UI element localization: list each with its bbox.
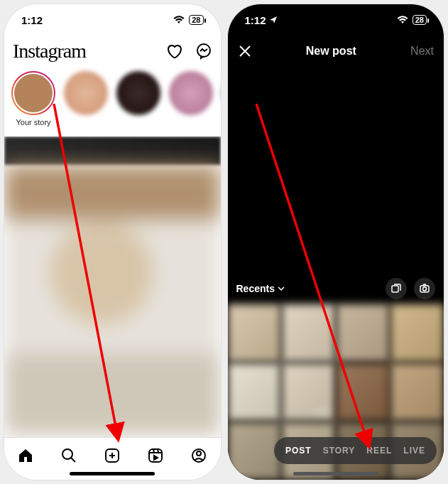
gallery-thumb[interactable]: [228, 304, 281, 362]
app-header: Instagram: [4, 36, 221, 67]
mode-post[interactable]: POST: [285, 446, 312, 456]
svg-line-8: [153, 449, 154, 453]
svg-line-2: [71, 458, 75, 462]
gallery-thumb[interactable]: [228, 422, 281, 480]
location-icon: [269, 16, 278, 24]
story-item[interactable]: [64, 71, 108, 136]
your-story-label: Your story: [16, 118, 50, 127]
status-bar: 1:12 28: [228, 4, 444, 36]
stories-tray[interactable]: Your story: [4, 67, 221, 136]
new-post-icon[interactable]: [104, 447, 121, 464]
next-button[interactable]: Next: [410, 45, 434, 58]
svg-point-11: [197, 451, 201, 456]
gallery-thumb[interactable]: [390, 363, 444, 421]
status-time: 1:12: [21, 14, 43, 26]
gallery-thumb[interactable]: [337, 363, 390, 421]
gallery-thumb[interactable]: [282, 304, 335, 362]
heart-icon[interactable]: [165, 43, 182, 60]
home-indicator: [70, 472, 155, 475]
multi-select-icon[interactable]: [386, 278, 407, 299]
story-item[interactable]: [169, 71, 213, 136]
search-icon[interactable]: [60, 447, 77, 464]
chevron-down-icon: [278, 285, 285, 292]
svg-rect-15: [392, 286, 398, 292]
feed[interactable]: [4, 136, 221, 437]
page-title: New post: [306, 45, 356, 58]
gallery-thumb[interactable]: [390, 304, 444, 362]
mode-live[interactable]: LIVE: [403, 446, 425, 456]
home-indicator: [293, 472, 378, 475]
svg-point-17: [423, 287, 427, 291]
status-bar: 1:12 28: [4, 4, 221, 36]
mode-selector[interactable]: POST STORY REEL LIVE: [274, 437, 437, 464]
gallery-thumb[interactable]: [337, 304, 390, 362]
your-story[interactable]: Your story: [11, 71, 55, 136]
new-post-header: New post Next: [228, 36, 444, 67]
battery-icon: 28: [413, 15, 427, 25]
wifi-icon: [397, 16, 408, 24]
status-right: 28: [397, 15, 427, 25]
status-time: 1:12: [245, 14, 266, 26]
status-right: 28: [173, 15, 203, 25]
mode-story[interactable]: STORY: [323, 446, 356, 456]
post-header[interactable]: [4, 136, 221, 165]
story-item[interactable]: [116, 71, 160, 136]
album-selector[interactable]: Recents: [236, 283, 285, 294]
phone-new-post: 1:12 28 New post Next Recents: [228, 4, 444, 480]
picker-toolbar: Recents: [228, 273, 444, 304]
home-icon[interactable]: [17, 447, 34, 464]
phone-feed: 1:12 28 Instagram Your st: [4, 4, 221, 480]
svg-rect-6: [149, 449, 162, 462]
messenger-icon[interactable]: [195, 43, 212, 60]
profile-icon[interactable]: [190, 447, 207, 464]
video-duration: 0:07: [315, 409, 330, 418]
camera-icon[interactable]: [414, 278, 435, 299]
mode-reel[interactable]: REEL: [366, 446, 392, 456]
svg-line-9: [158, 449, 158, 453]
battery-icon: 28: [189, 15, 203, 25]
gallery-thumb[interactable]: 0:07: [282, 363, 335, 421]
svg-point-1: [62, 449, 72, 459]
post-image[interactable]: [4, 165, 221, 435]
wifi-icon: [173, 16, 185, 24]
gallery-thumb[interactable]: [228, 363, 281, 421]
close-icon[interactable]: [238, 44, 252, 58]
preview-area[interactable]: [228, 67, 444, 273]
reels-icon[interactable]: [147, 447, 164, 464]
instagram-logo: Instagram: [13, 40, 86, 63]
